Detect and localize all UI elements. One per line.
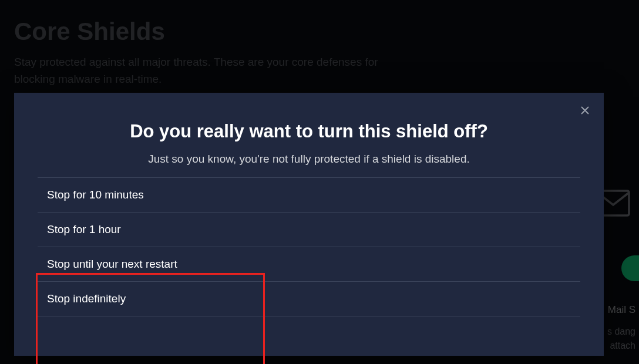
modal-title: Do you really want to turn this shield o…: [14, 93, 604, 142]
close-icon: [580, 106, 590, 115]
option-list: Stop for 10 minutes Stop for 1 hour Stop…: [38, 177, 580, 316]
option-stop-1hour[interactable]: Stop for 1 hour: [38, 213, 580, 247]
option-stop-restart[interactable]: Stop until your next restart: [38, 247, 580, 282]
shield-off-modal: Do you really want to turn this shield o…: [14, 93, 604, 356]
option-stop-10min[interactable]: Stop for 10 minutes: [38, 178, 580, 213]
modal-subtitle: Just so you know, you're not fully prote…: [14, 153, 604, 166]
close-button[interactable]: [578, 103, 592, 117]
option-stop-indefinitely[interactable]: Stop indefinitely: [38, 282, 580, 316]
